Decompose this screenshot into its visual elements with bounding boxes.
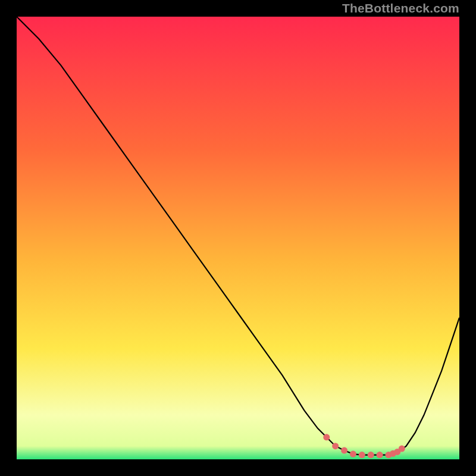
optimal-dot bbox=[368, 452, 374, 458]
optimal-dot bbox=[377, 452, 383, 458]
optimal-dot bbox=[332, 443, 339, 449]
watermark-text: TheBottleneck.com bbox=[342, 1, 459, 15]
chart-frame: TheBottleneck.com bbox=[0, 0, 476, 476]
optimal-dot bbox=[399, 446, 405, 452]
optimal-dot bbox=[350, 451, 356, 458]
optimal-dot bbox=[359, 452, 365, 458]
optimal-dot bbox=[341, 447, 347, 454]
chart-svg bbox=[17, 17, 459, 459]
optimal-dot bbox=[323, 434, 330, 440]
gradient-background bbox=[17, 17, 459, 459]
plot-area bbox=[17, 17, 459, 459]
